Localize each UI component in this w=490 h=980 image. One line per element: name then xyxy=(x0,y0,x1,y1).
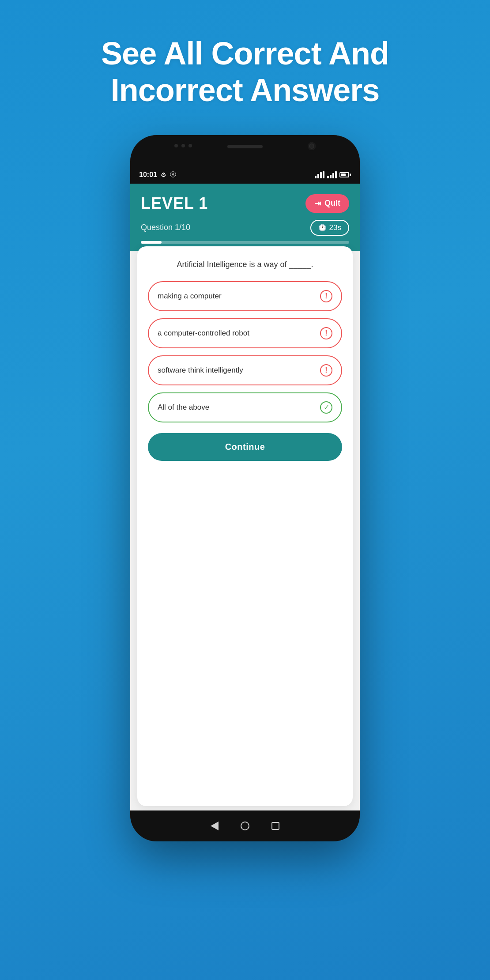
phone-bottom-bezel xyxy=(130,810,360,841)
a-circle-icon xyxy=(170,171,176,179)
answer-text-3: software think intelligently xyxy=(158,366,243,375)
wrong-icon-2: ! xyxy=(320,327,332,339)
page-header: See All Correct And Incorrect Answers xyxy=(101,35,389,109)
phone-camera xyxy=(308,142,316,150)
quit-icon: ⇥ xyxy=(314,199,321,208)
question-text: Artificial Intelligence is a way of ____… xyxy=(148,259,342,271)
level-title: LEVEL 1 xyxy=(141,194,208,213)
battery-icon xyxy=(339,172,351,177)
answer-option-2[interactable]: a computer-controlled robot ! xyxy=(148,318,342,348)
quiz-card: Artificial Intelligence is a way of ____… xyxy=(137,246,353,806)
recent-button[interactable] xyxy=(271,822,279,830)
phone-speaker xyxy=(227,145,263,148)
status-bar: 10:01 xyxy=(130,166,360,184)
correct-icon-4: ✓ xyxy=(320,401,332,414)
wifi-icon xyxy=(315,171,324,178)
continue-button[interactable]: Continue xyxy=(148,433,342,461)
back-button[interactable] xyxy=(211,822,219,830)
continue-label: Continue xyxy=(225,442,265,452)
wrong-icon-3: ! xyxy=(320,364,332,377)
progress-bar xyxy=(141,241,349,244)
phone-shell: 10:01 xyxy=(130,135,360,841)
answer-option-3[interactable]: software think intelligently ! xyxy=(148,355,342,385)
answer-text-4: All of the above xyxy=(158,403,209,412)
home-button[interactable] xyxy=(241,822,249,830)
answer-text-2: a computer-controlled robot xyxy=(158,329,249,338)
clock-icon: 🕐 xyxy=(318,224,327,232)
answer-option-1[interactable]: making a computer ! xyxy=(148,281,342,311)
phone-dots xyxy=(174,144,192,147)
app-area: LEVEL 1 ⇥ Quit Question 1/10 🕐 23s Artif… xyxy=(130,184,360,810)
answer-option-4[interactable]: All of the above ✓ xyxy=(148,392,342,422)
question-label: Question 1/10 xyxy=(141,223,190,232)
timer-value: 23s xyxy=(329,223,341,232)
gear-icon xyxy=(161,171,166,178)
answer-text-1: making a computer xyxy=(158,292,222,301)
status-time: 10:01 xyxy=(139,171,157,179)
timer-badge: 🕐 23s xyxy=(310,220,349,236)
app-header: LEVEL 1 ⇥ Quit Question 1/10 🕐 23s xyxy=(130,184,360,251)
quit-label: Quit xyxy=(324,199,340,208)
signal-icon xyxy=(327,171,337,178)
wrong-icon-1: ! xyxy=(320,290,332,302)
phone-top-bezel xyxy=(130,135,360,166)
quit-button[interactable]: ⇥ Quit xyxy=(305,194,349,213)
progress-fill xyxy=(141,241,162,244)
